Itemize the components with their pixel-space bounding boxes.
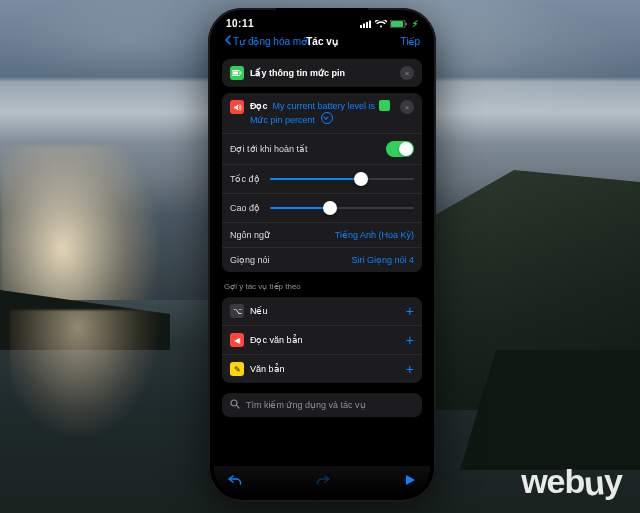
rate-label: Tốc độ [230, 174, 260, 184]
back-button[interactable]: Tự động hóa mới [224, 35, 309, 47]
battery-action-label: Lấy thông tin mức pin [250, 68, 394, 78]
suggestion-row[interactable]: ◀︎Đọc văn bản+ [222, 325, 422, 354]
suggestion-row[interactable]: ⌥Nếu+ [222, 297, 422, 325]
suggestions-heading: Gợi ý tác vụ tiếp theo [224, 282, 420, 291]
wallpaper-sun-reflection [10, 310, 180, 490]
svg-rect-0 [360, 25, 362, 28]
expand-options-icon[interactable] [321, 112, 333, 124]
page-title: Tác vụ [306, 36, 338, 47]
watermark: webuy [521, 462, 622, 501]
speak-header[interactable]: Đọc My current battery level is Mức pin … [222, 93, 422, 133]
suggestion-label: Đọc văn bản [250, 335, 400, 345]
back-label: Tự động hóa mới [233, 36, 309, 47]
svg-rect-9 [233, 72, 238, 75]
search-icon [230, 399, 240, 411]
battery-action-icon [230, 66, 244, 80]
wait-label: Đợi tới khi hoàn tất [230, 144, 308, 154]
speak-action-icon [230, 100, 244, 114]
iphone-frame: 10:11 ⚡︎ Tự động hóa mới [208, 8, 436, 502]
notch [276, 8, 368, 24]
wait-toggle[interactable] [386, 141, 414, 157]
rate-row: Tốc độ [222, 164, 422, 193]
charging-icon: ⚡︎ [412, 19, 418, 29]
chevron-left-icon [224, 35, 231, 47]
suggestion-icon: ⌥ [230, 304, 244, 318]
svg-line-11 [236, 406, 239, 409]
battery-icon [390, 20, 408, 28]
language-value: Tiếng Anh (Hoa Kỳ) [335, 230, 414, 240]
pitch-row: Cao độ [222, 193, 422, 222]
svg-rect-6 [406, 22, 407, 25]
next-button[interactable]: Tiếp [400, 36, 420, 47]
voice-label: Giọng nói [230, 255, 270, 265]
svg-rect-3 [369, 20, 371, 28]
suggestion-label: Văn bản [250, 364, 400, 374]
battery-variable-icon [379, 100, 390, 111]
rate-slider[interactable] [270, 172, 414, 186]
action-battery-card[interactable]: Lấy thông tin mức pin × [222, 59, 422, 87]
screen: 10:11 ⚡︎ Tự động hóa mới [214, 14, 430, 496]
add-suggestion-button[interactable]: + [406, 304, 414, 318]
speak-text-token[interactable]: My current battery level is Mức pin perc… [250, 101, 391, 125]
language-label: Ngôn ngữ [230, 230, 270, 240]
nav-bar: Tự động hóa mới Tác vụ Tiếp [214, 31, 430, 53]
bottom-toolbar [214, 466, 430, 496]
wifi-icon [375, 20, 387, 28]
suggestion-row[interactable]: ✎Văn bản+ [222, 354, 422, 383]
voice-row[interactable]: Giọng nói Siri Giọng nói 4 [222, 247, 422, 272]
remove-battery-action-button[interactable]: × [400, 66, 414, 80]
svg-rect-1 [363, 23, 365, 28]
language-row[interactable]: Ngôn ngữ Tiếng Anh (Hoa Kỳ) [222, 222, 422, 247]
run-button[interactable] [404, 474, 416, 489]
add-suggestion-button[interactable]: + [406, 362, 414, 376]
svg-rect-8 [240, 72, 241, 74]
wait-until-done-row: Đợi tới khi hoàn tất [222, 133, 422, 164]
search-field[interactable]: Tìm kiếm ứng dụng và tác vụ [222, 393, 422, 417]
suggestion-label: Nếu [250, 306, 400, 316]
suggestions-card: ⌥Nếu+◀︎Đọc văn bản+✎Văn bản+ [222, 297, 422, 383]
pitch-label: Cao độ [230, 203, 260, 213]
svg-rect-5 [391, 21, 403, 27]
search-placeholder: Tìm kiếm ứng dụng và tác vụ [246, 400, 366, 410]
remove-speak-action-button[interactable]: × [400, 100, 414, 114]
svg-rect-2 [366, 22, 368, 28]
speak-action-label: Đọc [250, 101, 268, 111]
add-suggestion-button[interactable]: + [406, 333, 414, 347]
suggestion-icon: ◀︎ [230, 333, 244, 347]
pitch-slider[interactable] [270, 201, 414, 215]
redo-button[interactable] [316, 474, 330, 489]
undo-button[interactable] [228, 474, 242, 489]
voice-value: Siri Giọng nói 4 [351, 255, 414, 265]
suggestion-icon: ✎ [230, 362, 244, 376]
status-time: 10:11 [226, 18, 254, 29]
action-speak-card: Đọc My current battery level is Mức pin … [222, 93, 422, 272]
